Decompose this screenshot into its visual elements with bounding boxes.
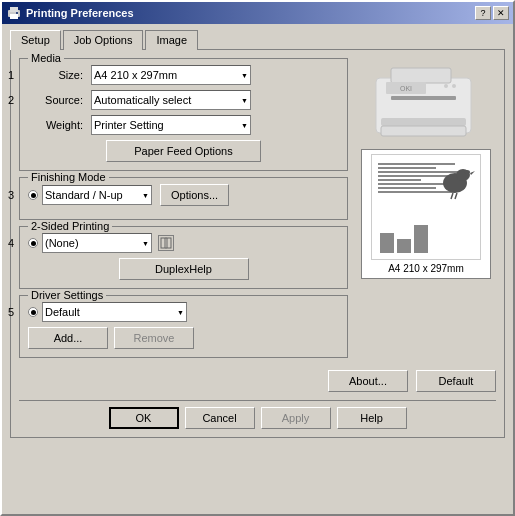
- tab-setup[interactable]: Setup: [10, 30, 61, 50]
- setup-tab-panel: Media 1 Size: A4 210 x 297mm: [10, 49, 505, 438]
- preview-inner: [371, 154, 481, 260]
- number-5: 5: [8, 306, 14, 318]
- bird-svg: [435, 161, 475, 201]
- size-label: Size:: [28, 69, 83, 81]
- weight-row: Weight: Printer Setting: [28, 115, 339, 135]
- about-button[interactable]: About...: [328, 370, 408, 392]
- finishing-radio[interactable]: [28, 190, 38, 200]
- source-select[interactable]: Automatically select: [91, 90, 251, 110]
- two-sided-row: 4 (None): [28, 233, 339, 253]
- main-layout: Media 1 Size: A4 210 x 297mm: [19, 58, 496, 364]
- driver-radio[interactable]: [28, 307, 38, 317]
- paper-feed-button[interactable]: Paper Feed Options: [106, 140, 261, 162]
- finishing-select[interactable]: Standard / N-up: [42, 185, 152, 205]
- duplex-icon-1[interactable]: [158, 235, 174, 251]
- two-sided-select-wrapper: (None): [42, 233, 152, 253]
- driver-settings-row: 5 Default: [28, 302, 339, 322]
- svg-text:OKI: OKI: [400, 85, 412, 92]
- source-select-wrapper: Automatically select: [91, 90, 251, 110]
- preview-line-2: [378, 167, 436, 169]
- source-label: Source:: [28, 94, 83, 106]
- preview-charts: [380, 225, 428, 253]
- svg-point-3: [16, 12, 18, 14]
- title-bar-left: Printing Preferences: [6, 5, 134, 21]
- svg-rect-1: [10, 7, 18, 12]
- default-button[interactable]: Default: [416, 370, 496, 392]
- two-sided-select[interactable]: (None): [42, 233, 152, 253]
- svg-rect-16: [381, 126, 466, 136]
- svg-rect-11: [391, 96, 456, 100]
- svg-rect-2: [10, 14, 18, 19]
- duplex-help-button[interactable]: DuplexHelp: [119, 258, 249, 280]
- finishing-label: Finishing Mode: [28, 171, 109, 183]
- two-sided-group: 2-Sided Printing 4 (None): [19, 226, 348, 289]
- svg-marker-20: [470, 171, 475, 175]
- driver-select[interactable]: Default: [42, 302, 187, 322]
- driver-select-wrapper: Default: [42, 302, 187, 322]
- finishing-select-wrapper: Standard / N-up: [42, 185, 152, 205]
- paper-feed-row: Paper Feed Options: [28, 140, 339, 162]
- ok-button[interactable]: OK: [109, 407, 179, 429]
- printer-title-icon: [6, 5, 22, 21]
- weight-label: Weight:: [28, 119, 83, 131]
- tab-image[interactable]: Image: [145, 30, 198, 50]
- preview-line-5: [378, 179, 421, 181]
- bar-2: [397, 239, 411, 253]
- two-sided-radio[interactable]: [28, 238, 38, 248]
- svg-point-12: [444, 84, 448, 88]
- duplex-help-row: DuplexHelp: [28, 258, 339, 280]
- size-row: 1 Size: A4 210 x 297mm: [28, 65, 339, 85]
- svg-rect-9: [391, 68, 451, 83]
- duplex-icons: [158, 235, 174, 251]
- number-3: 3: [8, 189, 14, 201]
- apply-button[interactable]: Apply: [261, 407, 331, 429]
- driver-buttons-row: Add... Remove: [28, 327, 339, 349]
- preview-bird: [435, 161, 475, 203]
- close-title-button[interactable]: ✕: [493, 6, 509, 20]
- finishing-group: Finishing Mode 3 Standard / N-up Options…: [19, 177, 348, 220]
- svg-point-13: [452, 84, 456, 88]
- duplex-book-icon: [160, 237, 172, 249]
- tab-job-options[interactable]: Job Options: [63, 30, 144, 50]
- driver-remove-button[interactable]: Remove: [114, 327, 194, 349]
- svg-rect-10: [381, 118, 466, 126]
- size-select[interactable]: A4 210 x 297mm: [91, 65, 251, 85]
- about-default-row: About... Default: [19, 370, 496, 392]
- media-label: Media: [28, 52, 64, 64]
- driver-settings-group: Driver Settings 5 Default Add...: [19, 295, 348, 358]
- main-window: Printing Preferences ? ✕ Setup Job Optio…: [0, 0, 515, 516]
- window-title: Printing Preferences: [26, 7, 134, 19]
- help-button[interactable]: Help: [337, 407, 407, 429]
- title-bar: Printing Preferences ? ✕: [2, 2, 513, 24]
- help-title-button[interactable]: ?: [475, 6, 491, 20]
- svg-rect-5: [167, 238, 171, 248]
- bar-1: [380, 233, 394, 253]
- preview-size-label: A4 210 x 297mm: [388, 263, 464, 274]
- cancel-button[interactable]: Cancel: [185, 407, 255, 429]
- driver-settings-label: Driver Settings: [28, 289, 106, 301]
- svg-point-19: [464, 170, 470, 174]
- dialog-content: Setup Job Options Image Media 1 Size:: [2, 24, 513, 444]
- preview-line-7: [378, 187, 436, 189]
- source-row: 2 Source: Automatically select: [28, 90, 339, 110]
- svg-line-21: [451, 193, 453, 199]
- weight-select-wrapper: Printer Setting: [91, 115, 251, 135]
- bar-3: [414, 225, 428, 253]
- svg-rect-4: [161, 238, 165, 248]
- driver-add-button[interactable]: Add...: [28, 327, 108, 349]
- bottom-buttons: OK Cancel Apply Help: [19, 400, 496, 429]
- weight-select[interactable]: Printer Setting: [91, 115, 251, 135]
- number-2: 2: [8, 94, 14, 106]
- left-panel: Media 1 Size: A4 210 x 297mm: [19, 58, 348, 364]
- printer-svg: OKI: [361, 58, 491, 143]
- media-group: Media 1 Size: A4 210 x 297mm: [19, 58, 348, 171]
- preview-box: A4 210 x 297mm: [361, 149, 491, 279]
- right-panel: OKI: [356, 58, 496, 364]
- finishing-row: 3 Standard / N-up Options...: [28, 184, 339, 206]
- title-buttons: ? ✕: [475, 6, 509, 20]
- svg-line-22: [455, 193, 457, 199]
- printer-image: OKI: [361, 58, 491, 143]
- finishing-options-button[interactable]: Options...: [160, 184, 229, 206]
- tab-bar: Setup Job Options Image: [10, 30, 505, 50]
- number-4: 4: [8, 237, 14, 249]
